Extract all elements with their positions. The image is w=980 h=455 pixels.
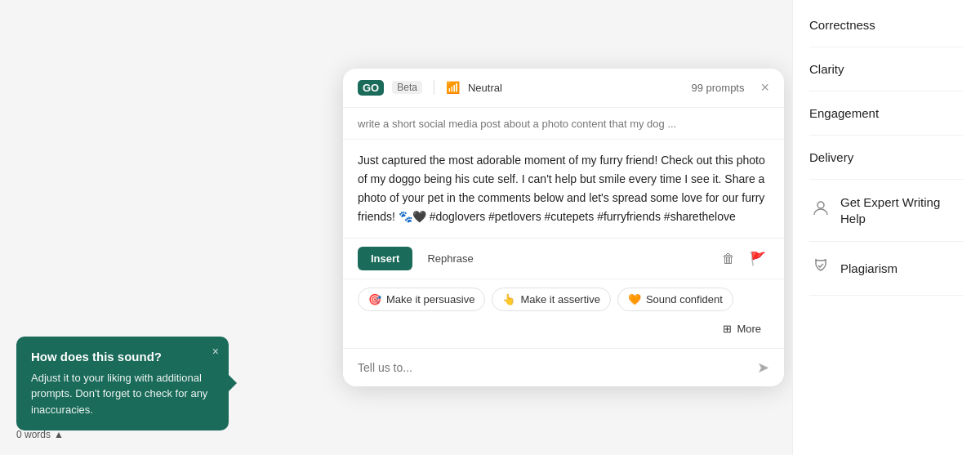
correctness-label: Correctness [809, 18, 875, 32]
persuasive-label: Make it persuasive [386, 293, 474, 306]
suggestions-bar: 🎯 Make it persuasive 👆 Make it assertive… [343, 279, 784, 349]
expert-label: Get Expert Writing Help [840, 194, 964, 226]
left-area: × How does this sound? Adjust it to your… [0, 0, 335, 455]
tone-icon: 📶 [446, 81, 460, 94]
flag-button[interactable]: 🚩 [746, 248, 769, 270]
suggestion-assertive[interactable]: 👆 Make it assertive [492, 288, 611, 311]
confident-label: Sound confident [646, 293, 723, 306]
sidebar-item-engagement[interactable]: Engagement [809, 91, 964, 136]
engagement-label: Engagement [809, 106, 879, 120]
right-sidebar: Correctness Clarity Engagement Delivery … [792, 0, 980, 455]
tell-us-area: ➤ [343, 349, 784, 386]
more-button[interactable]: ⊞ More [715, 318, 769, 340]
delivery-label: Delivery [809, 150, 853, 164]
plagiarism-check[interactable]: Plagiarism [809, 242, 964, 296]
prompt-input-area [343, 108, 784, 140]
plagiarism-icon [809, 256, 832, 280]
word-count-label: 0 words [16, 429, 51, 440]
action-bar: Insert Rephrase 🗑 🚩 [343, 239, 784, 279]
suggestion-confident[interactable]: 🧡 Sound confident [617, 288, 733, 311]
rephrase-button[interactable]: Rephrase [419, 247, 481, 270]
tell-us-input[interactable] [358, 361, 757, 374]
confident-emoji: 🧡 [628, 293, 641, 306]
generated-text: Just captured the most adorable moment o… [343, 140, 784, 239]
center-area: GO Beta 📶 Neutral 99 prompts × Just capt… [335, 0, 792, 455]
sidebar-item-correctness[interactable]: Correctness [809, 13, 964, 47]
expert-icon [809, 199, 832, 222]
delete-button[interactable]: 🗑 [719, 248, 738, 270]
prompts-count: 99 prompts [691, 82, 744, 94]
tooltip-close-button[interactable]: × [212, 345, 219, 358]
expert-writing-help[interactable]: Get Expert Writing Help [809, 180, 964, 242]
tooltip-title: How does this sound? [31, 350, 214, 364]
persuasive-emoji: 🎯 [368, 293, 381, 306]
more-label: More [737, 323, 761, 335]
tooltip-bubble: × How does this sound? Adjust it to your… [16, 337, 229, 431]
sidebar-item-clarity[interactable]: Clarity [809, 47, 964, 91]
go-badge: GO [358, 80, 384, 96]
modal-close-button[interactable]: × [760, 80, 769, 95]
assertive-label: Make it assertive [520, 293, 600, 306]
word-count: 0 words ▲ [16, 429, 64, 440]
insert-button[interactable]: Insert [358, 247, 412, 270]
sidebar-item-delivery[interactable]: Delivery [809, 136, 964, 180]
header-divider [434, 80, 434, 95]
send-button[interactable]: ➤ [757, 359, 769, 377]
beta-tag: Beta [392, 81, 422, 94]
modal-card: GO Beta 📶 Neutral 99 prompts × Just capt… [343, 69, 784, 386]
suggestion-persuasive[interactable]: 🎯 Make it persuasive [358, 288, 485, 311]
clarity-label: Clarity [809, 62, 844, 76]
more-icon: ⊞ [723, 323, 732, 335]
tone-label: Neutral [468, 82, 502, 94]
plagiarism-label: Plagiarism [840, 261, 898, 277]
modal-header: GO Beta 📶 Neutral 99 prompts × [343, 69, 784, 108]
prompt-input[interactable] [358, 118, 769, 130]
assertive-emoji: 👆 [502, 293, 515, 306]
svg-point-0 [817, 202, 824, 208]
word-count-icon: ▲ [54, 429, 64, 440]
tooltip-body: Adjust it to your liking with additional… [31, 370, 214, 418]
